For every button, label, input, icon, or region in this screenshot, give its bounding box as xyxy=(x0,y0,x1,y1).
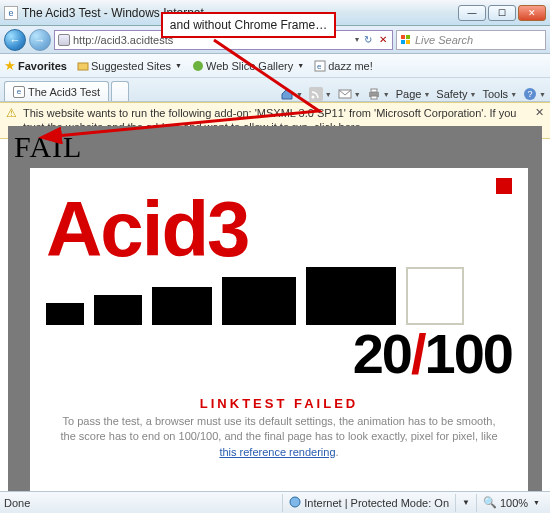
tab-favicon: e xyxy=(13,86,25,98)
page-menu[interactable]: Page▼ xyxy=(396,88,431,100)
maximize-button[interactable]: ☐ xyxy=(488,5,516,21)
mail-icon xyxy=(338,87,352,101)
favorites-item-suggested[interactable]: Suggested Sites▼ xyxy=(77,60,182,72)
acid3-result-box: Acid3 20/100 LINKTEST FAILED To pass the… xyxy=(30,168,528,491)
svg-text:e: e xyxy=(317,62,322,71)
new-tab-button[interactable] xyxy=(111,81,129,101)
status-mode-toggle[interactable]: ▼ xyxy=(455,494,476,512)
svg-rect-0 xyxy=(401,35,405,39)
progress-bars xyxy=(46,267,512,325)
description-text: To pass the test, a browser must use its… xyxy=(54,414,504,460)
home-icon xyxy=(280,87,294,101)
score-denominator: 100 xyxy=(425,322,512,385)
svg-rect-2 xyxy=(401,40,405,44)
zoom-icon: 🔍 xyxy=(483,496,497,509)
folder-icon xyxy=(77,60,89,72)
status-bar: Done Internet | Protected Mode: On ▼ 🔍 1… xyxy=(0,491,550,513)
print-icon xyxy=(367,87,381,101)
svg-text:?: ? xyxy=(528,89,533,99)
feeds-button[interactable]: ▼ xyxy=(309,87,332,101)
tab-title: The Acid3 Test xyxy=(28,86,100,98)
feed-icon xyxy=(309,87,323,101)
favorites-bar: ★Favorites Suggested Sites▼ Web Slice Ga… xyxy=(0,54,550,78)
favorites-item-webslice[interactable]: Web Slice Gallery▼ xyxy=(192,60,304,72)
content-area: FAIL Acid3 20/100 LINKTEST FAILED To pas… xyxy=(8,126,542,491)
zoom-level: 100% xyxy=(500,497,528,509)
tab-acid3[interactable]: e The Acid3 Test xyxy=(4,81,109,101)
safety-menu[interactable]: Safety▼ xyxy=(436,88,476,100)
refresh-button[interactable]: ↻ xyxy=(362,34,374,45)
fail-label: FAIL xyxy=(14,130,82,164)
infobar-close-icon[interactable]: ✕ xyxy=(535,106,544,119)
reference-rendering-link[interactable]: this reference rendering xyxy=(219,446,335,458)
help-button[interactable]: ?▼ xyxy=(523,87,546,101)
window-favicon: e xyxy=(4,6,18,20)
favorites-button[interactable]: ★Favorites xyxy=(4,58,67,73)
annotation-callout: and without Chrome Frame… xyxy=(161,12,336,38)
star-icon: ★ xyxy=(4,58,16,73)
red-square-indicator xyxy=(496,178,512,194)
svg-point-5 xyxy=(193,61,203,71)
score-numerator: 20 xyxy=(353,322,411,385)
home-button[interactable]: ▼ xyxy=(280,87,303,101)
tab-bar: e The Acid3 Test ▼ ▼ ▼ ▼ Page▼ Safety▼ T… xyxy=(0,78,550,102)
mail-button[interactable]: ▼ xyxy=(338,87,361,101)
print-button[interactable]: ▼ xyxy=(367,87,390,101)
status-zone: Internet | Protected Mode: On xyxy=(282,494,455,512)
svg-rect-3 xyxy=(406,40,410,44)
svg-rect-13 xyxy=(371,96,377,99)
zoom-control[interactable]: 🔍 100% ▼ xyxy=(476,494,546,512)
address-dropdown-icon[interactable]: ▾ xyxy=(355,35,359,44)
score-slash: / xyxy=(411,322,425,385)
help-icon: ? xyxy=(523,87,537,101)
page-icon xyxy=(58,34,70,46)
webslice-icon xyxy=(192,60,204,72)
warning-icon: ⚠ xyxy=(6,106,17,120)
svg-rect-4 xyxy=(78,63,88,70)
svg-rect-12 xyxy=(371,89,377,92)
svg-point-9 xyxy=(311,96,314,99)
stop-button[interactable]: ✕ xyxy=(377,34,389,45)
search-box[interactable]: Live Search xyxy=(396,30,546,50)
linktest-failed-label: LINKTEST FAILED xyxy=(46,396,512,411)
favorites-item-dazz[interactable]: e dazz me! xyxy=(314,60,373,72)
score-display: 20/100 xyxy=(46,321,512,386)
svg-point-16 xyxy=(290,497,300,507)
internet-zone-icon xyxy=(289,496,301,510)
search-placeholder: Live Search xyxy=(415,34,473,46)
close-button[interactable]: ✕ xyxy=(518,5,546,21)
status-done: Done xyxy=(4,497,30,509)
minimize-button[interactable]: — xyxy=(458,5,486,21)
back-button[interactable]: ← xyxy=(4,29,26,51)
svg-rect-1 xyxy=(406,35,410,39)
link-icon: e xyxy=(314,60,326,72)
acid3-heading: Acid3 xyxy=(46,184,512,275)
tools-menu[interactable]: Tools▼ xyxy=(482,88,517,100)
url-text: http://acid3.acidtests xyxy=(73,34,173,46)
search-provider-icon xyxy=(400,34,412,46)
forward-button[interactable]: → xyxy=(29,29,51,51)
